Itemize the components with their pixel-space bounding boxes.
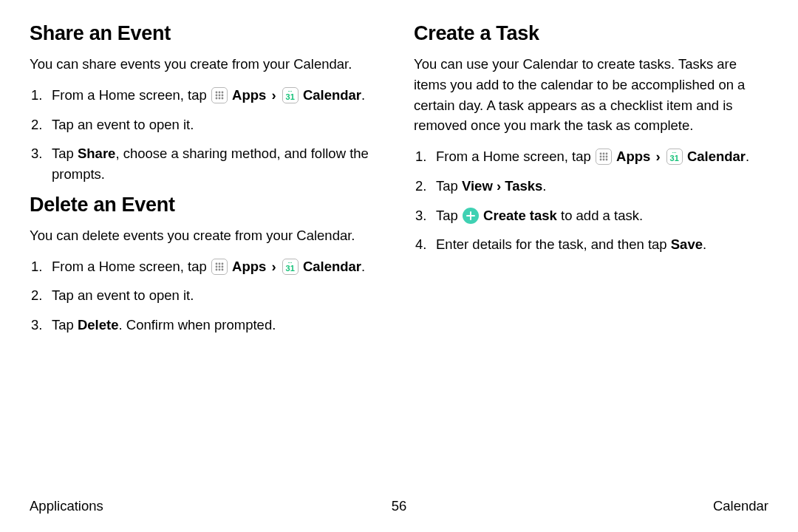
svg-point-14 bbox=[221, 265, 223, 267]
footer-right: Calendar bbox=[713, 498, 768, 514]
svg-point-17 bbox=[221, 268, 223, 270]
intro-delete: You can delete events you create from yo… bbox=[30, 225, 384, 246]
text: Tap bbox=[52, 146, 78, 161]
svg-point-0 bbox=[215, 91, 217, 93]
text: From a Home screen, tap bbox=[436, 149, 595, 164]
apps-label: Apps bbox=[232, 259, 266, 274]
svg-point-23 bbox=[605, 156, 607, 158]
footer-page-number: 56 bbox=[392, 498, 407, 514]
calendar-label: Calendar bbox=[303, 87, 361, 103]
chevron-right-icon: › bbox=[654, 149, 661, 164]
calendar-label: Calendar bbox=[303, 259, 361, 274]
apps-icon bbox=[211, 259, 228, 275]
delete-step-1: From a Home screen, tap Apps › ••• 31 Ca… bbox=[30, 256, 384, 277]
create-task-bold: Create task bbox=[483, 208, 557, 223]
right-column: Create a Task You can use your Calendar … bbox=[414, 22, 768, 344]
heading-delete-event: Delete an Event bbox=[30, 194, 384, 216]
task-step-2: Tap View › Tasks. bbox=[414, 176, 768, 197]
footer-left: Applications bbox=[30, 498, 103, 514]
chevron-right-icon: › bbox=[270, 87, 277, 103]
svg-point-24 bbox=[599, 159, 601, 161]
svg-point-13 bbox=[218, 265, 220, 267]
period: . bbox=[746, 149, 749, 164]
svg-point-3 bbox=[215, 94, 217, 96]
view-tasks-bold: View › Tasks bbox=[462, 178, 542, 194]
text: Tap bbox=[436, 178, 462, 194]
svg-point-10 bbox=[218, 262, 220, 265]
text: Tap bbox=[436, 208, 462, 223]
svg-point-5 bbox=[221, 94, 223, 96]
svg-point-9 bbox=[215, 262, 217, 265]
page-footer: Applications 56 Calendar bbox=[0, 498, 798, 514]
task-step-3: Tap Create task to add a task. bbox=[414, 205, 768, 226]
calendar-label: Calendar bbox=[687, 149, 746, 164]
text: . Confirm when prompted. bbox=[119, 317, 276, 332]
calendar-icon: ••• 31 bbox=[282, 259, 299, 275]
period: . bbox=[542, 178, 546, 194]
svg-point-8 bbox=[221, 97, 223, 99]
text: to add a task. bbox=[557, 208, 643, 223]
svg-point-26 bbox=[605, 159, 607, 161]
apps-label: Apps bbox=[616, 149, 650, 164]
svg-point-2 bbox=[221, 91, 223, 93]
task-step-4: Enter details for the task, and then tap… bbox=[414, 234, 768, 255]
svg-point-1 bbox=[218, 91, 220, 93]
svg-point-15 bbox=[215, 268, 217, 270]
delete-step-2: Tap an event to open it. bbox=[30, 285, 384, 306]
calendar-icon: ••• 31 bbox=[666, 149, 683, 165]
share-step-2: Tap an event to open it. bbox=[30, 115, 384, 135]
svg-point-25 bbox=[602, 159, 604, 161]
save-bold: Save bbox=[671, 236, 703, 252]
share-bold: Share bbox=[78, 146, 115, 161]
intro-task: You can use your Calendar to create task… bbox=[414, 54, 768, 136]
svg-point-11 bbox=[221, 262, 223, 265]
apps-label: Apps bbox=[232, 87, 266, 103]
period: . bbox=[703, 236, 706, 252]
period: . bbox=[361, 87, 365, 103]
svg-point-4 bbox=[218, 94, 220, 96]
svg-point-20 bbox=[605, 153, 607, 155]
share-step-3: Tap Share, choose a sharing method, and … bbox=[30, 143, 384, 185]
svg-point-16 bbox=[218, 268, 220, 270]
svg-point-12 bbox=[215, 265, 217, 267]
chevron-right-icon: › bbox=[270, 259, 277, 274]
svg-point-7 bbox=[218, 97, 220, 99]
svg-point-22 bbox=[602, 156, 604, 158]
steps-task: From a Home screen, tap Apps › ••• 31 Ca… bbox=[414, 146, 768, 255]
text: From a Home screen, tap bbox=[52, 259, 211, 274]
steps-delete: From a Home screen, tap Apps › ••• 31 Ca… bbox=[30, 256, 384, 335]
add-icon bbox=[463, 208, 479, 224]
apps-icon bbox=[596, 149, 612, 165]
text: From a Home screen, tap bbox=[52, 87, 211, 103]
period: . bbox=[361, 259, 365, 274]
share-step-1: From a Home screen, tap Apps › ••• 31 Ca… bbox=[30, 85, 384, 106]
task-step-1: From a Home screen, tap Apps › ••• 31 Ca… bbox=[414, 146, 768, 167]
text: Enter details for the task, and then tap bbox=[436, 236, 671, 252]
svg-point-6 bbox=[215, 97, 217, 99]
calendar-icon: ••• 31 bbox=[282, 87, 299, 103]
text: Tap bbox=[52, 317, 78, 332]
content-columns: Share an Event You can share events you … bbox=[30, 22, 768, 344]
heading-share-event: Share an Event bbox=[30, 22, 384, 45]
svg-point-19 bbox=[602, 153, 604, 155]
apps-icon bbox=[211, 87, 228, 103]
delete-step-3: Tap Delete. Confirm when prompted. bbox=[30, 315, 384, 335]
intro-share: You can share events you create from you… bbox=[30, 54, 384, 75]
heading-create-task: Create a Task bbox=[414, 22, 768, 45]
svg-point-18 bbox=[599, 153, 601, 155]
left-column: Share an Event You can share events you … bbox=[30, 22, 384, 344]
steps-share: From a Home screen, tap Apps › ••• 31 Ca… bbox=[30, 85, 384, 185]
svg-point-21 bbox=[599, 156, 601, 158]
delete-bold: Delete bbox=[78, 317, 119, 332]
